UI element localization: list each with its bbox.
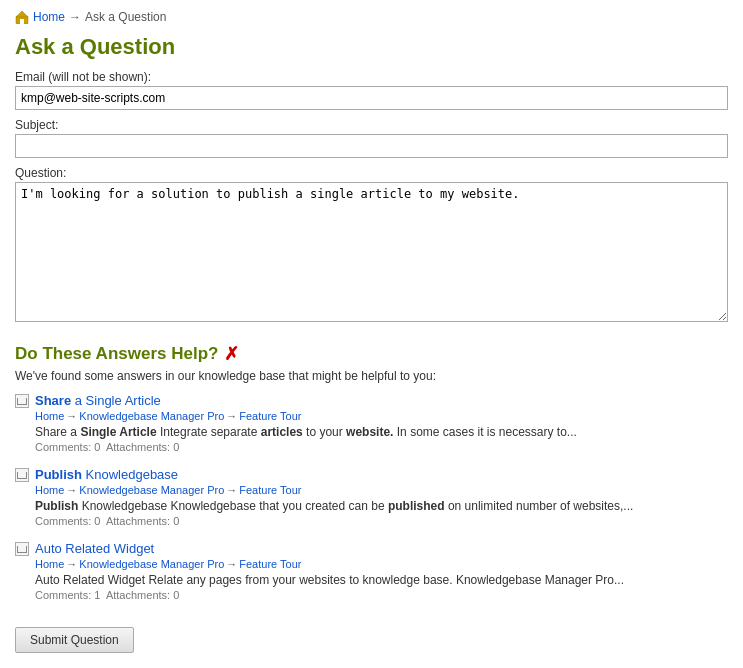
result-desc: Publish Knowledgebase Knowledgebase that… [35, 499, 728, 513]
result-meta: Comments: 0 Attachments: 0 [35, 515, 728, 527]
home-icon [15, 10, 29, 24]
result-breadcrumb: Home→Knowledgebase Manager Pro→Feature T… [35, 484, 728, 496]
breadcrumb-home-link[interactable]: Home [33, 10, 65, 24]
result-breadcrumb: Home→Knowledgebase Manager Pro→Feature T… [35, 410, 728, 422]
result-link[interactable]: Share a Single Article [35, 393, 161, 408]
subject-input[interactable] [15, 134, 728, 158]
result-item-icon [15, 394, 29, 408]
question-label: Question: [15, 166, 728, 180]
submit-button[interactable]: Submit Question [15, 627, 134, 653]
result-item: Auto Related Widget Home→Knowledgebase M… [15, 541, 728, 601]
breadcrumb-separator: → [69, 10, 81, 24]
result-item-icon [15, 542, 29, 556]
result-content: Share a Single Article Home→Knowledgebas… [35, 393, 728, 453]
answers-section: Do These Answers Help? ✗ We've found som… [15, 343, 728, 601]
svg-marker-1 [16, 11, 28, 17]
result-link[interactable]: Auto Related Widget [35, 541, 154, 556]
breadcrumb: Home → Ask a Question [15, 10, 728, 24]
result-title: Share a Single Article [35, 393, 728, 408]
answers-title: Do These Answers Help? ✗ [15, 343, 728, 365]
ask-question-form: Email (will not be shown): Subject: Ques… [15, 70, 728, 333]
svg-rect-2 [20, 19, 24, 24]
result-content: Auto Related Widget Home→Knowledgebase M… [35, 541, 728, 601]
answers-desc: We've found some answers in our knowledg… [15, 369, 728, 383]
result-meta: Comments: 0 Attachments: 0 [35, 441, 728, 453]
email-input[interactable] [15, 86, 728, 110]
result-meta: Comments: 1 Attachments: 0 [35, 589, 728, 601]
page-title: Ask a Question [15, 34, 728, 60]
result-item: Share a Single Article Home→Knowledgebas… [15, 393, 728, 453]
result-item: Publish Knowledgebase Home→Knowledgebase… [15, 467, 728, 527]
result-breadcrumb: Home→Knowledgebase Manager Pro→Feature T… [35, 558, 728, 570]
result-item-icon [15, 468, 29, 482]
subject-label: Subject: [15, 118, 728, 132]
result-title: Auto Related Widget [35, 541, 728, 556]
result-desc: Share a Single Article Integrate separat… [35, 425, 728, 439]
result-desc: Auto Related Widget Relate any pages fro… [35, 573, 728, 587]
question-textarea[interactable] [15, 182, 728, 322]
result-link[interactable]: Publish Knowledgebase [35, 467, 178, 482]
result-content: Publish Knowledgebase Home→Knowledgebase… [35, 467, 728, 527]
email-label: Email (will not be shown): [15, 70, 728, 84]
breadcrumb-current: Ask a Question [85, 10, 166, 24]
x-icon: ✗ [224, 343, 239, 365]
result-title: Publish Knowledgebase [35, 467, 728, 482]
